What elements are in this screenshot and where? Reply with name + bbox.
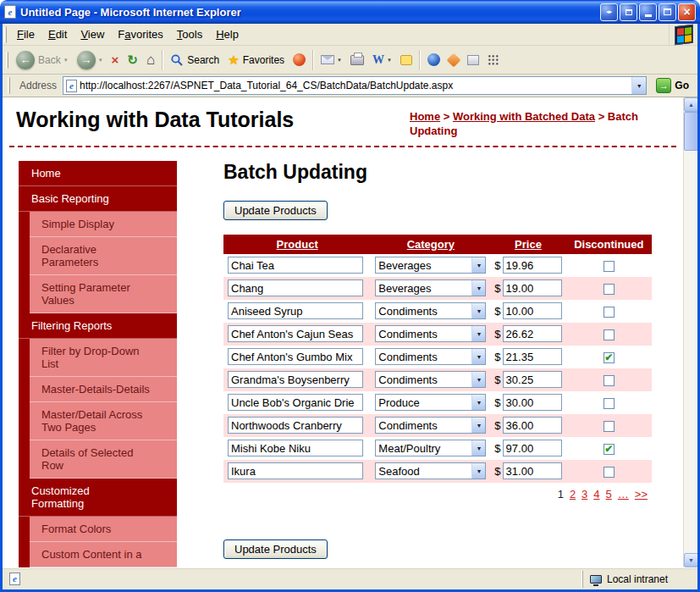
discontinued-checkbox[interactable]: ✔ <box>604 352 615 363</box>
update-products-button-bottom[interactable]: Update Products <box>223 539 328 559</box>
toolbar-addon-button-1[interactable] <box>444 47 463 73</box>
column-header-product[interactable]: Product <box>223 235 371 254</box>
sidebar-item[interactable]: Setting Parameter Values <box>19 275 177 313</box>
category-select[interactable]: Condiments ▼ <box>375 348 486 365</box>
minimize-button[interactable] <box>639 3 657 21</box>
menu-file[interactable]: File <box>10 25 41 44</box>
product-input[interactable] <box>228 325 363 342</box>
discontinued-checkbox[interactable]: ✔ <box>604 329 615 340</box>
toolbar-addon-button-2[interactable] <box>463 47 483 73</box>
sidebar-section[interactable]: Basic Reporting <box>19 186 177 212</box>
sidebar-item[interactable]: Custom Content in a <box>19 542 177 567</box>
price-input[interactable] <box>503 325 562 342</box>
address-field[interactable]: e ▼ <box>63 76 647 95</box>
sidebar-item[interactable]: Simple Display <box>19 212 177 237</box>
price-input[interactable] <box>503 394 562 411</box>
sidebar-item[interactable]: Master-Details-Details <box>19 377 177 402</box>
edit-button[interactable]: W ▼ <box>368 47 396 73</box>
product-input[interactable] <box>228 302 363 319</box>
discontinued-checkbox[interactable]: ✔ <box>604 467 615 478</box>
sidebar-item[interactable]: Details of Selected Row <box>19 440 177 479</box>
category-select[interactable]: Condiments ▼ <box>375 325 486 342</box>
update-products-button-top[interactable]: Update Products <box>223 201 328 220</box>
sidebar-item[interactable]: Declarative Parameters <box>19 237 177 275</box>
category-select[interactable]: Meat/Poultry ▼ <box>375 440 486 456</box>
address-input[interactable] <box>80 78 629 93</box>
product-input[interactable] <box>228 394 363 411</box>
pager-link[interactable]: … <box>618 488 629 501</box>
category-select[interactable]: Seafood ▼ <box>375 462 486 479</box>
maximize-button[interactable] <box>659 3 676 21</box>
column-header-category[interactable]: Category <box>371 235 490 254</box>
menu-view[interactable]: View <box>74 25 111 44</box>
discontinued-checkbox[interactable]: ✔ <box>604 421 615 432</box>
select-dropdown-button[interactable]: ▼ <box>471 372 485 387</box>
breadcrumb-item[interactable]: Working with Batched Data <box>453 110 595 123</box>
price-input[interactable] <box>503 462 562 479</box>
sidebar-section[interactable]: Customized Formatting <box>19 479 177 517</box>
select-dropdown-button[interactable]: ▼ <box>471 463 485 479</box>
category-select[interactable]: Condiments ▼ <box>375 417 486 434</box>
select-dropdown-button[interactable]: ▼ <box>471 326 485 341</box>
discontinued-checkbox[interactable]: ✔ <box>604 398 615 409</box>
product-input[interactable] <box>228 440 363 456</box>
product-input[interactable] <box>228 417 363 434</box>
pager-link[interactable]: 2 <box>570 488 576 501</box>
forward-button[interactable]: → ▼ <box>73 47 107 73</box>
category-select[interactable]: Beverages ▼ <box>375 257 486 274</box>
price-input[interactable] <box>503 348 562 365</box>
sidebar-section[interactable]: Filtering Reports <box>19 313 177 339</box>
media-button[interactable] <box>289 47 310 73</box>
title-bar[interactable]: e Untitled Page - Microsoft Internet Exp… <box>0 0 700 24</box>
sidebar-item[interactable]: Filter by Drop-Down List <box>19 339 177 377</box>
go-button[interactable]: → Go <box>651 78 694 93</box>
pager-link[interactable]: 4 <box>593 488 599 501</box>
home-button[interactable]: ⌂ <box>142 47 159 73</box>
close-button[interactable]: × <box>678 3 696 21</box>
product-input[interactable] <box>228 348 363 365</box>
price-input[interactable] <box>503 371 562 388</box>
price-input[interactable] <box>503 302 562 319</box>
toolbar-grip[interactable] <box>6 52 8 69</box>
pager-link[interactable]: 5 <box>606 488 612 501</box>
discuss-button[interactable] <box>396 47 416 73</box>
breadcrumb-item[interactable]: Home <box>410 110 440 123</box>
back-button[interactable]: ← Back ▼ <box>12 47 73 73</box>
category-select[interactable]: Condiments ▼ <box>375 371 486 388</box>
select-dropdown-button[interactable]: ▼ <box>471 257 485 273</box>
scroll-up-button[interactable]: ▲ <box>684 97 697 112</box>
favorites-button[interactable]: ★ Favorites <box>223 47 289 73</box>
select-dropdown-button[interactable]: ▼ <box>471 395 485 410</box>
discontinued-checkbox[interactable]: ✔ <box>604 261 615 272</box>
menu-edit[interactable]: Edit <box>41 25 74 44</box>
price-input[interactable] <box>503 440 562 456</box>
discontinued-checkbox[interactable]: ✔ <box>604 307 615 318</box>
sidebar-section[interactable]: Home <box>19 161 177 186</box>
discontinued-checkbox[interactable]: ✔ <box>604 444 615 455</box>
messenger-button[interactable] <box>423 47 444 73</box>
product-input[interactable] <box>228 462 363 479</box>
mail-button[interactable]: ▼ <box>317 47 346 73</box>
product-input[interactable] <box>228 371 363 388</box>
sidebar-item[interactable]: Format Colors <box>19 517 177 542</box>
scroll-thumb[interactable] <box>684 112 697 151</box>
select-dropdown-button[interactable]: ▼ <box>471 303 485 318</box>
pager-link[interactable]: 3 <box>581 488 587 501</box>
print-button[interactable] <box>346 47 368 73</box>
address-dropdown-button[interactable]: ▼ <box>631 77 646 94</box>
pager-link[interactable]: >> <box>635 488 648 501</box>
menu-grip[interactable] <box>4 26 7 43</box>
toolbar-addon-button-3[interactable] <box>483 47 504 73</box>
category-select[interactable]: Condiments ▼ <box>375 302 486 319</box>
menu-help[interactable]: Help <box>209 25 245 44</box>
category-select[interactable]: Beverages ▼ <box>375 279 486 296</box>
category-select[interactable]: Produce ▼ <box>375 394 486 411</box>
vertical-scrollbar[interactable]: ▲ ▼ <box>683 97 697 567</box>
sidebar-item[interactable]: Master/Detail Across Two Pages <box>19 402 177 440</box>
select-dropdown-button[interactable]: ▼ <box>471 440 485 456</box>
product-input[interactable] <box>228 279 363 296</box>
discontinued-checkbox[interactable]: ✔ <box>604 375 615 386</box>
search-button[interactable]: Search <box>166 47 223 73</box>
address-grip[interactable] <box>8 77 10 94</box>
scroll-down-button[interactable]: ▼ <box>684 553 697 567</box>
